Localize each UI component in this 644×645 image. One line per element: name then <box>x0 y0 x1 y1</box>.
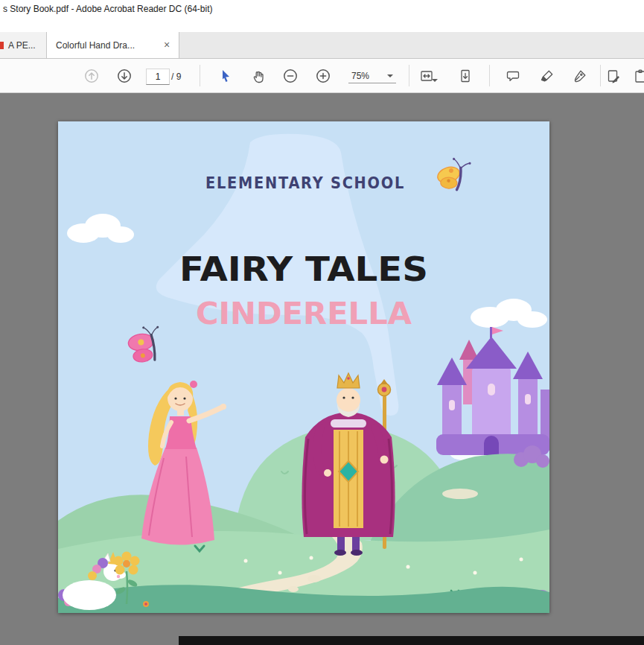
tab-active-document[interactable]: Colorful Hand Dra... × <box>47 32 179 58</box>
toolbar-separator <box>409 65 409 86</box>
pdf-page[interactable]: ELEMENTARY SCHOOL FAIRY TALES CINDERELLA <box>58 121 549 613</box>
clipboard-icon <box>633 69 644 83</box>
window-title-bar: s Story Book.pdf - Adobe Acrobat Reader … <box>0 0 644 32</box>
zoom-level-value: 75% <box>351 71 369 81</box>
zoom-out-button[interactable] <box>281 67 299 85</box>
toolbar-separator <box>200 65 200 86</box>
speech-bubble-icon <box>506 69 520 83</box>
tab-inactive-document[interactable]: A PE... <box>0 32 47 58</box>
tab-close-icon[interactable]: × <box>161 39 173 51</box>
zoom-level-dropdown[interactable]: 75% <box>348 69 396 83</box>
hand-icon <box>251 69 266 83</box>
hand-tool-button[interactable] <box>249 67 267 85</box>
cursor-arrow-icon <box>218 69 233 83</box>
cover-title: FAIRY TALES <box>179 250 428 288</box>
comment-tool-button[interactable] <box>504 67 522 85</box>
toolbar-separator <box>600 65 601 86</box>
clipboard-tool-button[interactable] <box>631 67 644 85</box>
scrolling-mode-button[interactable] <box>456 67 474 85</box>
highlighter-icon <box>540 69 555 83</box>
fountain-pen-icon <box>573 69 587 83</box>
zoom-in-button[interactable] <box>314 67 332 85</box>
previous-page-button[interactable] <box>83 67 101 85</box>
plus-circle-icon <box>316 69 331 83</box>
next-page-button[interactable] <box>115 67 133 85</box>
main-toolbar: / 9 75% <box>0 59 644 93</box>
page-fit-dropdown[interactable] <box>415 67 439 85</box>
page-count-label: / 9 <box>171 72 181 82</box>
window-title: s Story Book.pdf - Adobe Acrobat Reader … <box>3 4 212 14</box>
path-stone <box>442 489 478 499</box>
path-stone <box>307 575 321 582</box>
sign-tool-button[interactable] <box>571 67 589 85</box>
chevron-down-icon <box>387 74 393 77</box>
windows-taskbar[interactable] <box>179 636 644 645</box>
cover-subtitle: CINDERELLA <box>196 296 412 331</box>
page-edit-icon <box>606 69 621 83</box>
edit-tool-button[interactable] <box>605 67 622 85</box>
highlight-tool-button[interactable] <box>538 67 556 85</box>
tab-label: Colorful Hand Dra... <box>47 40 161 51</box>
chevron-down-icon <box>432 79 438 82</box>
path-stone <box>288 586 299 592</box>
page-number-input[interactable] <box>146 69 170 85</box>
page-scroll-icon <box>458 69 473 83</box>
arrow-down-circle-icon <box>117 69 132 83</box>
minus-circle-icon <box>283 69 298 83</box>
document-tab-strip: A PE... Colorful Hand Dra... × <box>0 32 644 59</box>
arrow-up-circle-icon <box>84 69 99 83</box>
pdf-page-canvas: ELEMENTARY SCHOOL FAIRY TALES CINDERELLA <box>58 121 549 613</box>
select-tool-button[interactable] <box>217 67 235 85</box>
document-scroll-area[interactable]: ELEMENTARY SCHOOL FAIRY TALES CINDERELLA <box>0 93 644 645</box>
toolbar-separator <box>489 65 490 86</box>
tab-label: A PE... <box>4 40 36 51</box>
school-label: ELEMENTARY SCHOOL <box>205 174 405 192</box>
